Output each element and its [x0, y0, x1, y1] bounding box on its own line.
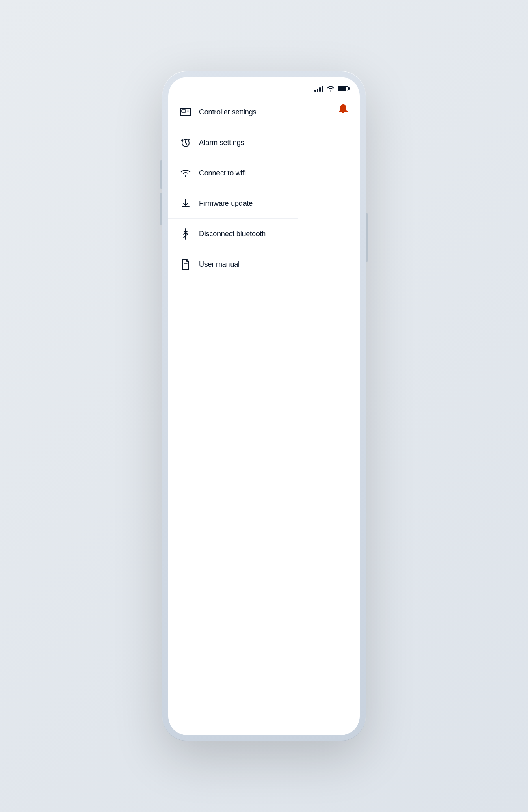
user-manual-label: User manual: [199, 260, 240, 269]
phone-screen: Controller settings Alarm settings: [168, 77, 360, 735]
right-panel-header: [298, 97, 360, 120]
menu-item-alarm-settings[interactable]: Alarm settings: [168, 127, 298, 158]
menu-item-firmware-update[interactable]: Firmware update: [168, 188, 298, 219]
phone-frame: Controller settings Alarm settings: [162, 71, 366, 741]
right-panel: [298, 97, 360, 735]
alarm-icon: [180, 136, 192, 149]
volume-down-button[interactable]: [160, 197, 162, 225]
alarm-settings-label: Alarm settings: [199, 138, 244, 147]
controller-settings-label: Controller settings: [199, 108, 256, 117]
menu-item-disconnect-bluetooth[interactable]: Disconnect bluetooth: [168, 219, 298, 249]
bluetooth-icon: [180, 228, 192, 240]
content-area: Controller settings Alarm settings: [168, 97, 360, 735]
status-bar: [168, 77, 360, 97]
notification-bell-icon[interactable]: [338, 103, 348, 114]
menu-item-controller-settings[interactable]: Controller settings: [168, 97, 298, 127]
download-icon: [180, 197, 192, 209]
menu-item-connect-wifi[interactable]: Connect to wifi: [168, 158, 298, 188]
controller-icon: [180, 106, 192, 118]
menu-panel: Controller settings Alarm settings: [168, 97, 298, 735]
disconnect-bluetooth-label: Disconnect bluetooth: [199, 230, 266, 238]
signal-strength-icon: [314, 85, 323, 92]
wifi-icon: [180, 167, 192, 179]
document-icon: [180, 258, 192, 270]
svg-point-2: [188, 110, 189, 112]
connect-wifi-label: Connect to wifi: [199, 169, 246, 177]
svg-rect-1: [182, 110, 186, 112]
firmware-update-label: Firmware update: [199, 199, 253, 208]
menu-item-user-manual[interactable]: User manual: [168, 249, 298, 279]
battery-icon: [338, 86, 348, 91]
volume-up-button[interactable]: [160, 160, 162, 189]
wifi-status-icon: [327, 85, 335, 92]
